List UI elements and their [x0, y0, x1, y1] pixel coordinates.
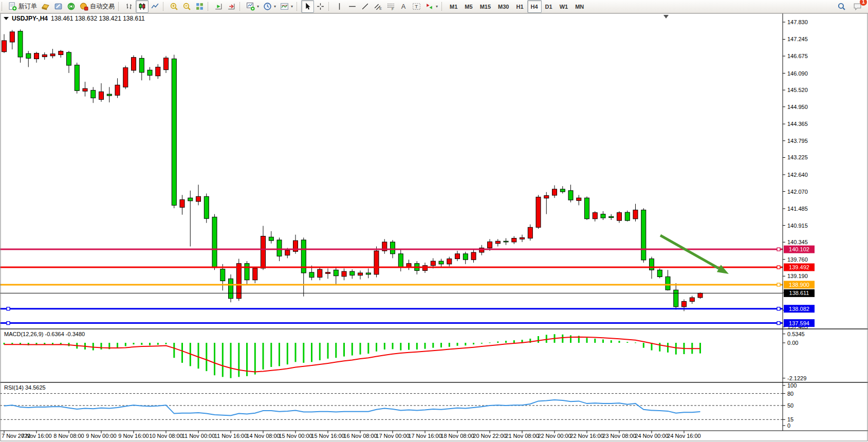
vline-button[interactable]	[333, 0, 346, 13]
zoom-out-icon	[182, 2, 191, 11]
toolbar-grip[interactable]	[2, 2, 4, 11]
tf-d1[interactable]: D1	[542, 0, 556, 13]
cursor-button[interactable]	[301, 0, 314, 13]
tf-m15[interactable]: M15	[476, 0, 494, 13]
tf-m30[interactable]: M30	[494, 0, 512, 13]
tf-mn[interactable]: MN	[571, 0, 587, 13]
text-label-icon: T	[412, 2, 421, 11]
indicators-button-dropdown-caret-icon[interactable]: ▾	[291, 4, 293, 9]
tf-m1[interactable]: M1	[446, 0, 461, 13]
profiles-button[interactable]: ▾	[261, 0, 278, 13]
fibonacci-button[interactable]: F	[384, 0, 397, 13]
cursor-icon	[303, 2, 312, 11]
new-order-button[interactable]: 新订单	[6, 0, 39, 13]
zoom-in-button[interactable]	[168, 0, 180, 13]
toolbar-grip[interactable]	[328, 2, 331, 11]
publish-button[interactable]	[52, 0, 65, 13]
toolbar-group-cursor-tools	[301, 0, 327, 13]
signal-button[interactable]	[65, 0, 78, 13]
crosshair-button[interactable]	[314, 0, 327, 13]
publish-icon	[54, 2, 63, 11]
chart-ohlc-values: 138.461 138.632 138.421 138.611	[51, 15, 145, 22]
price-tick: 141.485	[787, 206, 808, 212]
search-button[interactable]	[835, 0, 848, 13]
autotrade-button[interactable]: 自动交易	[78, 0, 117, 13]
price-tick: 143.795	[787, 138, 808, 144]
svg-text:F: F	[392, 7, 394, 11]
chart-shift-button[interactable]	[212, 0, 225, 13]
chart-symbol-timeframe: USDJPY-,H4	[12, 15, 48, 22]
time-tick: 24 Nov 00:00	[635, 433, 668, 439]
hline-button[interactable]	[346, 0, 359, 13]
bars-chart-button[interactable]	[123, 0, 136, 13]
new-chart-button[interactable]: ▾	[244, 0, 261, 13]
candles-chart-button[interactable]	[136, 0, 149, 13]
time-tick: 9 Nov 16:00	[118, 433, 149, 439]
hline-handle[interactable]	[777, 266, 780, 269]
gold-button[interactable]	[39, 0, 52, 13]
tf-d1-label: D1	[545, 4, 552, 10]
svg-text:138.611: 138.611	[789, 290, 809, 296]
trendline-icon	[361, 2, 370, 11]
svg-text:138.900: 138.900	[789, 282, 809, 288]
new-chart-button-dropdown-caret-icon[interactable]: ▾	[257, 4, 259, 9]
tile-windows-icon	[195, 2, 204, 11]
rsi-label: RSI(14) 34.5625	[4, 384, 46, 391]
hline-handle[interactable]	[7, 322, 10, 325]
search-icon	[837, 2, 846, 11]
toolbar-group-zoom	[168, 0, 206, 13]
hline-handle[interactable]	[777, 283, 780, 286]
price-badge: 138.611	[784, 289, 815, 297]
tf-h1[interactable]: H1	[512, 0, 527, 13]
toolbar-grip[interactable]	[118, 2, 121, 11]
notifications-button[interactable]: 1	[851, 0, 864, 13]
text-button[interactable]: A	[397, 0, 410, 13]
macd-label: MACD(12,26,9) -0.6364 -0.3480	[4, 331, 85, 337]
arrows-button[interactable]: ▾	[423, 0, 440, 13]
hline-icon	[348, 2, 357, 11]
time-tick: 8 Nov 08:00	[53, 433, 84, 439]
channel-button[interactable]: E	[372, 0, 384, 13]
price-badge: 138.082	[784, 305, 815, 312]
hline-handle[interactable]	[7, 307, 10, 310]
hline-handle[interactable]	[777, 307, 780, 310]
vline-icon	[335, 2, 344, 11]
line-chart-button[interactable]	[149, 0, 161, 13]
rsi-tick: 80	[787, 391, 793, 397]
chart-menu-caret-icon[interactable]	[4, 17, 9, 20]
tf-m15-label: M15	[480, 4, 491, 10]
indicators-button[interactable]: ▾	[278, 0, 295, 13]
toolbar-grip[interactable]	[208, 2, 210, 11]
hline-handle[interactable]	[777, 322, 780, 325]
price-tick: 145.520	[787, 87, 808, 93]
candle	[625, 211, 630, 222]
tf-m5[interactable]: M5	[461, 0, 476, 13]
zoom-out-button[interactable]	[180, 0, 193, 13]
tf-w1[interactable]: W1	[556, 0, 572, 13]
candle	[536, 195, 541, 229]
time-tick: 17 Nov 00:00	[376, 433, 409, 439]
arrows-button-dropdown-caret-icon[interactable]: ▾	[436, 4, 438, 9]
time-tick: 11 Nov 16:00	[214, 433, 248, 439]
autotrade-icon	[80, 2, 88, 11]
tf-h4-label: H4	[531, 4, 538, 10]
chart-canvas[interactable]: MACD(12,26,9) -0.6364 -0.3480RSI(14) 34.…	[0, 0, 868, 442]
hline-handle[interactable]	[777, 248, 780, 251]
toolbar-grip[interactable]	[297, 2, 299, 11]
time-tick: 9 Nov 00:00	[86, 433, 116, 439]
trendline-button[interactable]	[359, 0, 372, 13]
macd-tick: 0.00	[787, 340, 798, 346]
autoscroll-button[interactable]	[225, 0, 238, 13]
candle	[172, 55, 176, 209]
time-tick: 24 Nov 16:00	[667, 433, 700, 439]
profiles-button-dropdown-caret-icon[interactable]: ▾	[274, 4, 276, 9]
toolbar-grip[interactable]	[441, 2, 444, 11]
rsi-tick: 15	[787, 416, 793, 422]
tf-h4[interactable]: H4	[527, 0, 542, 13]
text-label-button[interactable]: T	[410, 0, 423, 13]
gold-icon	[41, 2, 50, 11]
rsi-tick: 100	[787, 382, 797, 389]
toolbar-grip[interactable]	[163, 2, 165, 11]
tile-windows-button[interactable]	[193, 0, 206, 13]
toolbar-grip[interactable]	[239, 2, 242, 11]
